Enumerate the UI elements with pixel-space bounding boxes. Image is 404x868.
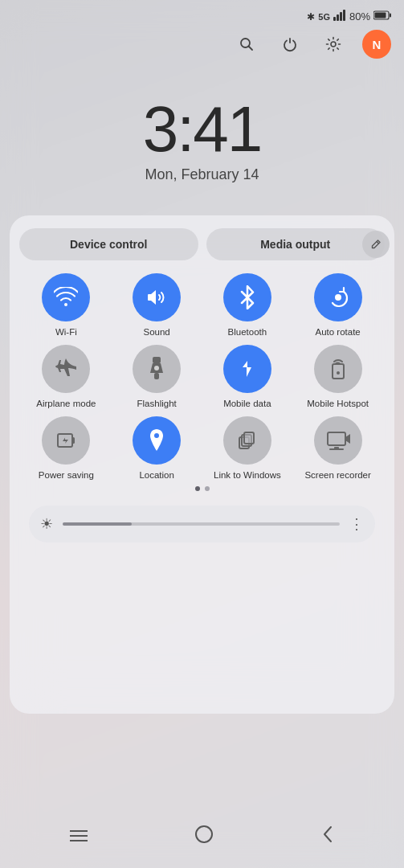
recent-apps-button[interactable]	[54, 823, 104, 850]
svg-point-9	[331, 42, 336, 47]
flashlight-icon	[133, 345, 181, 393]
tiles-grid: Wi-Fi Sound	[19, 273, 385, 481]
tile-location[interactable]: Location	[113, 416, 201, 481]
powersaving-icon	[42, 416, 90, 465]
screenrecorder-icon	[314, 416, 362, 465]
tile-sound[interactable]: Sound	[113, 273, 201, 338]
svg-point-16	[337, 371, 340, 375]
back-button[interactable]	[305, 822, 350, 851]
battery-icon	[373, 10, 391, 23]
brightness-track[interactable]	[63, 522, 340, 526]
autorotate-icon	[314, 273, 362, 321]
wifi-icon	[42, 273, 90, 321]
svg-rect-23	[328, 432, 345, 445]
brightness-bar[interactable]: ☀ ⋮	[29, 506, 375, 542]
svg-rect-18	[72, 437, 75, 444]
svg-rect-2	[340, 12, 342, 21]
wifi-label: Wi-Fi	[55, 326, 77, 338]
clock-section: 3:41 Mon, February 14	[0, 65, 404, 215]
hotspot-label: Mobile Hotspot	[307, 398, 369, 410]
airplane-label: Airplane mode	[36, 398, 96, 410]
page-dot-1	[195, 486, 200, 491]
media-output-button[interactable]: Media output	[206, 228, 386, 260]
tile-wifi[interactable]: Wi-Fi	[22, 273, 110, 338]
navigation-bar	[0, 809, 404, 868]
quick-settings-panel: Device control Media output	[10, 215, 394, 714]
flashlight-label: Flashlight	[137, 398, 177, 410]
battery-percent: 80%	[349, 10, 370, 23]
bluetooth-label: Bluetooth	[228, 326, 267, 338]
tile-mobiledata[interactable]: Mobile data	[204, 345, 292, 410]
tile-linkwindows[interactable]: Link to Windows	[204, 416, 292, 481]
linkwindows-label: Link to Windows	[214, 469, 281, 481]
tile-airplane[interactable]: Airplane mode	[22, 345, 110, 410]
tile-screenrecorder[interactable]: Screen recorder	[294, 416, 382, 481]
bluetooth-status-icon: ✱	[307, 11, 315, 23]
location-icon	[133, 416, 181, 465]
page-indicator	[19, 486, 385, 491]
edit-button[interactable]	[362, 231, 390, 258]
tile-hotspot[interactable]: Mobile Hotspot	[294, 345, 382, 410]
svg-rect-22	[244, 432, 254, 444]
status-bar: ✱ 5G 80%	[0, 0, 404, 27]
location-label: Location	[139, 469, 173, 481]
svg-point-14	[154, 366, 159, 371]
svg-rect-6	[375, 13, 386, 18]
svg-line-10	[377, 242, 379, 244]
svg-line-8	[249, 47, 253, 51]
brightness-more-icon[interactable]: ⋮	[349, 515, 364, 533]
sound-label: Sound	[143, 326, 169, 338]
home-button[interactable]	[178, 821, 230, 852]
tile-powersaving[interactable]: Power saving	[22, 416, 110, 481]
svg-point-19	[154, 433, 159, 438]
linkwindows-icon	[223, 416, 271, 465]
bluetooth-icon	[223, 273, 271, 321]
brightness-icon: ☀	[40, 515, 53, 533]
svg-rect-12	[153, 357, 161, 363]
notification-button[interactable]: N	[362, 30, 391, 59]
panel-header: Device control Media output	[19, 228, 385, 260]
tile-bluetooth[interactable]: Bluetooth	[204, 273, 292, 338]
airplane-icon	[42, 345, 90, 393]
brightness-fill	[63, 522, 132, 526]
power-button[interactable]	[275, 30, 304, 59]
network-type-icon: 5G	[318, 12, 330, 22]
screenrecorder-label: Screen recorder	[304, 469, 370, 481]
search-button[interactable]	[232, 30, 261, 59]
clock-time: 3:41	[143, 97, 262, 162]
powersaving-label: Power saving	[39, 469, 94, 481]
quick-actions-bar: N	[0, 27, 404, 65]
svg-rect-0	[333, 17, 336, 21]
clock-date: Mon, February 14	[145, 166, 259, 183]
svg-rect-5	[390, 14, 391, 18]
svg-rect-3	[343, 10, 345, 21]
autorotate-label: Auto rotate	[315, 326, 360, 338]
svg-point-11	[335, 294, 341, 301]
tile-flashlight[interactable]: Flashlight	[113, 345, 201, 410]
mobiledata-icon	[223, 345, 271, 393]
status-icons: ✱ 5G 80%	[307, 10, 391, 23]
sound-icon	[133, 273, 181, 321]
signal-bars-icon	[333, 10, 346, 23]
settings-button[interactable]	[319, 30, 348, 59]
device-control-button[interactable]: Device control	[19, 228, 198, 260]
svg-rect-13	[154, 373, 159, 379]
tile-autorotate[interactable]: Auto rotate	[294, 273, 382, 338]
svg-rect-1	[337, 14, 339, 21]
mobiledata-label: Mobile data	[223, 398, 271, 410]
page-dot-2	[205, 486, 210, 491]
hotspot-icon	[314, 345, 362, 393]
svg-point-29	[196, 826, 212, 842]
